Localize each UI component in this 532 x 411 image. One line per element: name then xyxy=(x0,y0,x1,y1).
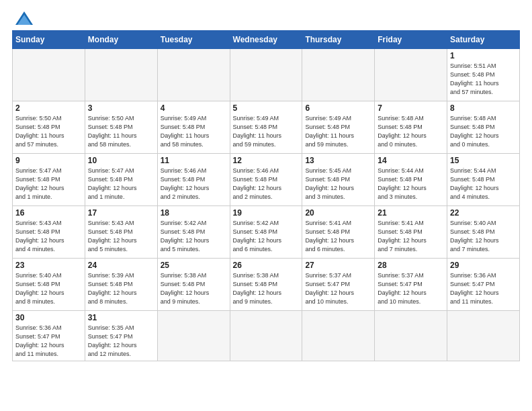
day-number: 30 xyxy=(15,313,82,322)
calendar-cell: 19Sunrise: 5:42 AMSunset: 5:48 PMDayligh… xyxy=(230,206,302,259)
day-number: 27 xyxy=(305,261,371,270)
calendar-cell: 10Sunrise: 5:47 AMSunset: 5:48 PMDayligh… xyxy=(85,154,157,206)
calendar-cell-empty xyxy=(157,311,230,361)
day-info: Sunrise: 5:43 AMSunset: 5:48 PMDaylight:… xyxy=(15,219,82,254)
calendar: SundayMondayTuesdayWednesdayThursdayFrid… xyxy=(12,30,520,361)
logo-icon xyxy=(15,11,34,26)
day-number: 2 xyxy=(15,103,82,113)
calendar-cell xyxy=(230,49,302,101)
day-number: 18 xyxy=(161,208,227,218)
calendar-cell: 14Sunrise: 5:44 AMSunset: 5:48 PMDayligh… xyxy=(375,154,447,206)
calendar-cell: 16Sunrise: 5:43 AMSunset: 5:48 PMDayligh… xyxy=(13,206,85,259)
calendar-cell: 7Sunrise: 5:48 AMSunset: 5:48 PMDaylight… xyxy=(375,101,447,154)
weekday-header-wednesday: Wednesday xyxy=(230,31,302,49)
day-info: Sunrise: 5:45 AMSunset: 5:48 PMDaylight:… xyxy=(305,167,371,201)
calendar-cell xyxy=(157,49,230,101)
day-number: 1 xyxy=(450,51,517,60)
calendar-cell: 30Sunrise: 5:36 AMSunset: 5:47 PMDayligh… xyxy=(13,311,85,361)
day-number: 9 xyxy=(15,156,82,165)
calendar-cell: 21Sunrise: 5:41 AMSunset: 5:48 PMDayligh… xyxy=(375,206,447,259)
day-number: 7 xyxy=(378,103,444,113)
calendar-cell: 8Sunrise: 5:48 AMSunset: 5:48 PMDaylight… xyxy=(447,101,520,154)
calendar-cell xyxy=(375,49,447,101)
page: SundayMondayTuesdayWednesdayThursdayFrid… xyxy=(0,0,532,411)
calendar-row-4: 23Sunrise: 5:40 AMSunset: 5:48 PMDayligh… xyxy=(13,259,520,311)
day-info: Sunrise: 5:36 AMSunset: 5:47 PMDaylight:… xyxy=(450,271,517,306)
day-info: Sunrise: 5:49 AMSunset: 5:48 PMDaylight:… xyxy=(161,114,227,149)
day-info: Sunrise: 5:48 AMSunset: 5:48 PMDaylight:… xyxy=(378,114,444,149)
weekday-header-monday: Monday xyxy=(85,31,157,49)
calendar-cell: 26Sunrise: 5:38 AMSunset: 5:48 PMDayligh… xyxy=(230,259,302,311)
day-number: 26 xyxy=(233,261,300,270)
calendar-cell: 5Sunrise: 5:49 AMSunset: 5:48 PMDaylight… xyxy=(230,101,302,154)
day-info: Sunrise: 5:40 AMSunset: 5:48 PMDaylight:… xyxy=(15,271,82,306)
day-number: 6 xyxy=(305,103,371,113)
weekday-header-saturday: Saturday xyxy=(447,31,520,49)
day-number: 10 xyxy=(88,156,154,165)
calendar-cell xyxy=(85,49,157,101)
calendar-row-5: 30Sunrise: 5:36 AMSunset: 5:47 PMDayligh… xyxy=(13,311,520,361)
calendar-cell-empty xyxy=(302,311,375,361)
day-info: Sunrise: 5:39 AMSunset: 5:48 PMDaylight:… xyxy=(88,271,154,306)
calendar-row-3: 16Sunrise: 5:43 AMSunset: 5:48 PMDayligh… xyxy=(13,206,520,259)
day-info: Sunrise: 5:47 AMSunset: 5:48 PMDaylight:… xyxy=(15,167,82,201)
day-number: 8 xyxy=(450,103,517,113)
day-info: Sunrise: 5:41 AMSunset: 5:48 PMDaylight:… xyxy=(378,219,444,254)
logo-area xyxy=(12,11,34,26)
day-number: 15 xyxy=(450,156,517,165)
day-number: 4 xyxy=(161,103,227,113)
day-info: Sunrise: 5:35 AMSunset: 5:47 PMDaylight:… xyxy=(88,324,154,359)
weekday-header-sunday: Sunday xyxy=(13,31,85,49)
weekday-header-thursday: Thursday xyxy=(302,31,375,49)
day-info: Sunrise: 5:44 AMSunset: 5:48 PMDaylight:… xyxy=(378,167,444,201)
calendar-row-0: 1Sunrise: 5:51 AMSunset: 5:48 PMDaylight… xyxy=(13,49,520,101)
logo xyxy=(12,11,34,26)
day-info: Sunrise: 5:37 AMSunset: 5:47 PMDaylight:… xyxy=(378,271,444,306)
day-info: Sunrise: 5:49 AMSunset: 5:48 PMDaylight:… xyxy=(305,114,371,149)
calendar-cell xyxy=(13,49,85,101)
calendar-cell: 31Sunrise: 5:35 AMSunset: 5:47 PMDayligh… xyxy=(85,311,157,361)
calendar-cell: 13Sunrise: 5:45 AMSunset: 5:48 PMDayligh… xyxy=(302,154,375,206)
day-info: Sunrise: 5:41 AMSunset: 5:48 PMDaylight:… xyxy=(305,219,371,254)
day-info: Sunrise: 5:50 AMSunset: 5:48 PMDaylight:… xyxy=(15,114,82,149)
calendar-cell: 18Sunrise: 5:42 AMSunset: 5:48 PMDayligh… xyxy=(157,206,230,259)
calendar-row-1: 2Sunrise: 5:50 AMSunset: 5:48 PMDaylight… xyxy=(13,101,520,154)
header xyxy=(12,11,520,26)
day-number: 14 xyxy=(378,156,444,165)
day-number: 16 xyxy=(15,208,82,218)
day-number: 22 xyxy=(450,208,517,218)
calendar-cell: 9Sunrise: 5:47 AMSunset: 5:48 PMDaylight… xyxy=(13,154,85,206)
calendar-cell: 1Sunrise: 5:51 AMSunset: 5:48 PMDaylight… xyxy=(447,49,520,101)
day-info: Sunrise: 5:36 AMSunset: 5:47 PMDaylight:… xyxy=(15,324,82,359)
calendar-cell: 12Sunrise: 5:46 AMSunset: 5:48 PMDayligh… xyxy=(230,154,302,206)
day-number: 23 xyxy=(15,261,82,270)
day-info: Sunrise: 5:43 AMSunset: 5:48 PMDaylight:… xyxy=(88,219,154,254)
calendar-cell: 28Sunrise: 5:37 AMSunset: 5:47 PMDayligh… xyxy=(375,259,447,311)
calendar-cell: 4Sunrise: 5:49 AMSunset: 5:48 PMDaylight… xyxy=(157,101,230,154)
day-info: Sunrise: 5:46 AMSunset: 5:48 PMDaylight:… xyxy=(233,167,300,201)
calendar-cell: 6Sunrise: 5:49 AMSunset: 5:48 PMDaylight… xyxy=(302,101,375,154)
day-info: Sunrise: 5:42 AMSunset: 5:48 PMDaylight:… xyxy=(233,219,300,254)
calendar-cell: 17Sunrise: 5:43 AMSunset: 5:48 PMDayligh… xyxy=(85,206,157,259)
day-info: Sunrise: 5:38 AMSunset: 5:48 PMDaylight:… xyxy=(161,271,227,306)
day-info: Sunrise: 5:49 AMSunset: 5:48 PMDaylight:… xyxy=(233,114,300,149)
calendar-cell-empty xyxy=(447,311,520,361)
calendar-cell: 27Sunrise: 5:37 AMSunset: 5:47 PMDayligh… xyxy=(302,259,375,311)
calendar-cell: 29Sunrise: 5:36 AMSunset: 5:47 PMDayligh… xyxy=(447,259,520,311)
day-number: 11 xyxy=(161,156,227,165)
day-info: Sunrise: 5:42 AMSunset: 5:48 PMDaylight:… xyxy=(161,219,227,254)
day-number: 29 xyxy=(450,261,517,270)
calendar-cell xyxy=(302,49,375,101)
day-info: Sunrise: 5:47 AMSunset: 5:48 PMDaylight:… xyxy=(88,167,154,201)
day-number: 21 xyxy=(378,208,444,218)
day-number: 5 xyxy=(233,103,300,113)
weekday-header-friday: Friday xyxy=(375,31,447,49)
calendar-row-2: 9Sunrise: 5:47 AMSunset: 5:48 PMDaylight… xyxy=(13,154,520,206)
calendar-cell: 20Sunrise: 5:41 AMSunset: 5:48 PMDayligh… xyxy=(302,206,375,259)
day-number: 25 xyxy=(161,261,227,270)
weekday-header-row: SundayMondayTuesdayWednesdayThursdayFrid… xyxy=(13,31,520,49)
weekday-header-tuesday: Tuesday xyxy=(157,31,230,49)
calendar-cell: 11Sunrise: 5:46 AMSunset: 5:48 PMDayligh… xyxy=(157,154,230,206)
day-info: Sunrise: 5:37 AMSunset: 5:47 PMDaylight:… xyxy=(305,271,371,306)
calendar-cell: 15Sunrise: 5:44 AMSunset: 5:48 PMDayligh… xyxy=(447,154,520,206)
